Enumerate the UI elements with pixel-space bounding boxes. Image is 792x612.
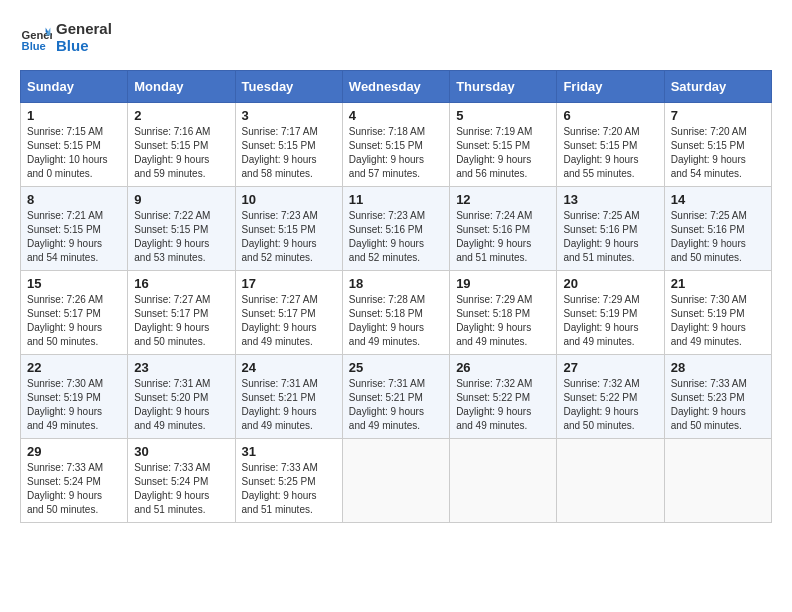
day-header-tuesday: Tuesday [235, 71, 342, 103]
calendar-cell: 15 Sunrise: 7:26 AM Sunset: 5:17 PM Dayl… [21, 271, 128, 355]
calendar-cell: 5 Sunrise: 7:19 AM Sunset: 5:15 PM Dayli… [450, 103, 557, 187]
calendar-cell: 8 Sunrise: 7:21 AM Sunset: 5:15 PM Dayli… [21, 187, 128, 271]
day-number: 27 [563, 360, 657, 375]
calendar-header-row: SundayMondayTuesdayWednesdayThursdayFrid… [21, 71, 772, 103]
calendar-cell: 10 Sunrise: 7:23 AM Sunset: 5:15 PM Dayl… [235, 187, 342, 271]
day-info: Sunrise: 7:16 AM Sunset: 5:15 PM Dayligh… [134, 125, 228, 181]
day-number: 26 [456, 360, 550, 375]
calendar-cell: 7 Sunrise: 7:20 AM Sunset: 5:15 PM Dayli… [664, 103, 771, 187]
day-info: Sunrise: 7:33 AM Sunset: 5:25 PM Dayligh… [242, 461, 336, 517]
day-info: Sunrise: 7:23 AM Sunset: 5:16 PM Dayligh… [349, 209, 443, 265]
day-number: 31 [242, 444, 336, 459]
day-number: 20 [563, 276, 657, 291]
day-number: 19 [456, 276, 550, 291]
logo: General Blue General Blue [20, 20, 112, 54]
day-info: Sunrise: 7:33 AM Sunset: 5:23 PM Dayligh… [671, 377, 765, 433]
day-info: Sunrise: 7:26 AM Sunset: 5:17 PM Dayligh… [27, 293, 121, 349]
calendar-cell: 23 Sunrise: 7:31 AM Sunset: 5:20 PM Dayl… [128, 355, 235, 439]
day-info: Sunrise: 7:32 AM Sunset: 5:22 PM Dayligh… [563, 377, 657, 433]
calendar-week-1: 1 Sunrise: 7:15 AM Sunset: 5:15 PM Dayli… [21, 103, 772, 187]
day-number: 28 [671, 360, 765, 375]
day-number: 7 [671, 108, 765, 123]
day-number: 12 [456, 192, 550, 207]
calendar-cell: 29 Sunrise: 7:33 AM Sunset: 5:24 PM Dayl… [21, 439, 128, 523]
day-number: 1 [27, 108, 121, 123]
day-number: 24 [242, 360, 336, 375]
calendar-cell: 1 Sunrise: 7:15 AM Sunset: 5:15 PM Dayli… [21, 103, 128, 187]
calendar-cell [664, 439, 771, 523]
calendar-cell: 14 Sunrise: 7:25 AM Sunset: 5:16 PM Dayl… [664, 187, 771, 271]
day-header-thursday: Thursday [450, 71, 557, 103]
day-number: 17 [242, 276, 336, 291]
day-number: 9 [134, 192, 228, 207]
calendar-cell: 3 Sunrise: 7:17 AM Sunset: 5:15 PM Dayli… [235, 103, 342, 187]
svg-text:Blue: Blue [22, 40, 46, 52]
calendar-cell: 20 Sunrise: 7:29 AM Sunset: 5:19 PM Dayl… [557, 271, 664, 355]
calendar-table: SundayMondayTuesdayWednesdayThursdayFrid… [20, 70, 772, 523]
calendar-cell: 26 Sunrise: 7:32 AM Sunset: 5:22 PM Dayl… [450, 355, 557, 439]
day-number: 23 [134, 360, 228, 375]
calendar-cell: 4 Sunrise: 7:18 AM Sunset: 5:15 PM Dayli… [342, 103, 449, 187]
calendar-cell: 27 Sunrise: 7:32 AM Sunset: 5:22 PM Dayl… [557, 355, 664, 439]
day-info: Sunrise: 7:22 AM Sunset: 5:15 PM Dayligh… [134, 209, 228, 265]
calendar-week-4: 22 Sunrise: 7:30 AM Sunset: 5:19 PM Dayl… [21, 355, 772, 439]
day-number: 4 [349, 108, 443, 123]
logo-icon: General Blue [20, 21, 52, 53]
day-number: 18 [349, 276, 443, 291]
day-info: Sunrise: 7:21 AM Sunset: 5:15 PM Dayligh… [27, 209, 121, 265]
day-number: 30 [134, 444, 228, 459]
day-info: Sunrise: 7:32 AM Sunset: 5:22 PM Dayligh… [456, 377, 550, 433]
calendar-cell [342, 439, 449, 523]
day-number: 16 [134, 276, 228, 291]
day-info: Sunrise: 7:24 AM Sunset: 5:16 PM Dayligh… [456, 209, 550, 265]
day-info: Sunrise: 7:27 AM Sunset: 5:17 PM Dayligh… [242, 293, 336, 349]
calendar-cell [450, 439, 557, 523]
calendar-cell: 6 Sunrise: 7:20 AM Sunset: 5:15 PM Dayli… [557, 103, 664, 187]
calendar-week-5: 29 Sunrise: 7:33 AM Sunset: 5:24 PM Dayl… [21, 439, 772, 523]
day-number: 10 [242, 192, 336, 207]
day-info: Sunrise: 7:33 AM Sunset: 5:24 PM Dayligh… [134, 461, 228, 517]
day-info: Sunrise: 7:29 AM Sunset: 5:19 PM Dayligh… [563, 293, 657, 349]
day-number: 22 [27, 360, 121, 375]
day-info: Sunrise: 7:17 AM Sunset: 5:15 PM Dayligh… [242, 125, 336, 181]
calendar-cell [557, 439, 664, 523]
calendar-cell: 11 Sunrise: 7:23 AM Sunset: 5:16 PM Dayl… [342, 187, 449, 271]
day-header-sunday: Sunday [21, 71, 128, 103]
calendar-cell: 18 Sunrise: 7:28 AM Sunset: 5:18 PM Dayl… [342, 271, 449, 355]
day-number: 21 [671, 276, 765, 291]
calendar-cell: 16 Sunrise: 7:27 AM Sunset: 5:17 PM Dayl… [128, 271, 235, 355]
day-header-monday: Monday [128, 71, 235, 103]
day-info: Sunrise: 7:29 AM Sunset: 5:18 PM Dayligh… [456, 293, 550, 349]
day-info: Sunrise: 7:30 AM Sunset: 5:19 PM Dayligh… [671, 293, 765, 349]
calendar-cell: 30 Sunrise: 7:33 AM Sunset: 5:24 PM Dayl… [128, 439, 235, 523]
calendar-cell: 19 Sunrise: 7:29 AM Sunset: 5:18 PM Dayl… [450, 271, 557, 355]
day-number: 6 [563, 108, 657, 123]
calendar-cell: 13 Sunrise: 7:25 AM Sunset: 5:16 PM Dayl… [557, 187, 664, 271]
day-number: 3 [242, 108, 336, 123]
calendar-cell: 12 Sunrise: 7:24 AM Sunset: 5:16 PM Dayl… [450, 187, 557, 271]
day-info: Sunrise: 7:20 AM Sunset: 5:15 PM Dayligh… [671, 125, 765, 181]
day-info: Sunrise: 7:20 AM Sunset: 5:15 PM Dayligh… [563, 125, 657, 181]
calendar-cell: 17 Sunrise: 7:27 AM Sunset: 5:17 PM Dayl… [235, 271, 342, 355]
day-number: 29 [27, 444, 121, 459]
calendar-cell: 25 Sunrise: 7:31 AM Sunset: 5:21 PM Dayl… [342, 355, 449, 439]
calendar-cell: 22 Sunrise: 7:30 AM Sunset: 5:19 PM Dayl… [21, 355, 128, 439]
day-number: 11 [349, 192, 443, 207]
day-number: 15 [27, 276, 121, 291]
day-info: Sunrise: 7:31 AM Sunset: 5:21 PM Dayligh… [349, 377, 443, 433]
day-info: Sunrise: 7:15 AM Sunset: 5:15 PM Dayligh… [27, 125, 121, 181]
calendar-cell: 24 Sunrise: 7:31 AM Sunset: 5:21 PM Dayl… [235, 355, 342, 439]
calendar-week-2: 8 Sunrise: 7:21 AM Sunset: 5:15 PM Dayli… [21, 187, 772, 271]
calendar-cell: 9 Sunrise: 7:22 AM Sunset: 5:15 PM Dayli… [128, 187, 235, 271]
logo-text-line2: Blue [56, 37, 112, 54]
day-info: Sunrise: 7:28 AM Sunset: 5:18 PM Dayligh… [349, 293, 443, 349]
calendar-cell: 2 Sunrise: 7:16 AM Sunset: 5:15 PM Dayli… [128, 103, 235, 187]
day-info: Sunrise: 7:27 AM Sunset: 5:17 PM Dayligh… [134, 293, 228, 349]
day-info: Sunrise: 7:31 AM Sunset: 5:21 PM Dayligh… [242, 377, 336, 433]
calendar-cell: 21 Sunrise: 7:30 AM Sunset: 5:19 PM Dayl… [664, 271, 771, 355]
calendar-cell: 28 Sunrise: 7:33 AM Sunset: 5:23 PM Dayl… [664, 355, 771, 439]
day-header-wednesday: Wednesday [342, 71, 449, 103]
day-info: Sunrise: 7:18 AM Sunset: 5:15 PM Dayligh… [349, 125, 443, 181]
day-header-friday: Friday [557, 71, 664, 103]
page-header: General Blue General Blue [20, 20, 772, 54]
